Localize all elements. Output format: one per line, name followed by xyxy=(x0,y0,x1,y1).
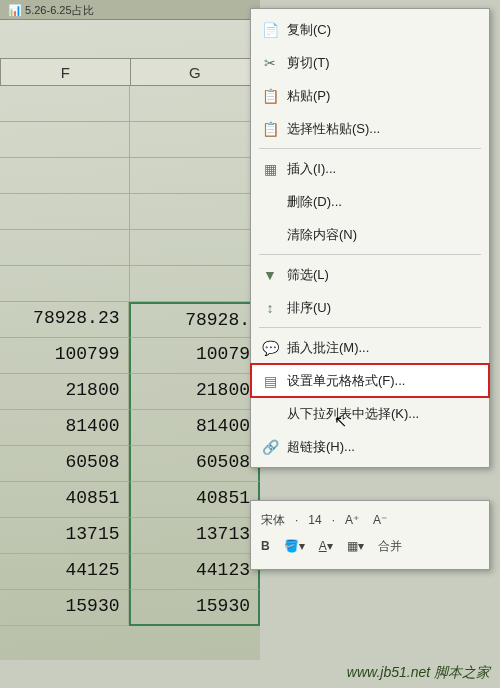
context-menu: 📄复制(C) ✂剪切(T) 📋粘贴(P) 📋选择性粘贴(S)... ▦插入(I)… xyxy=(250,8,490,468)
fill-color-button[interactable]: 🪣▾ xyxy=(280,537,309,555)
bold-button[interactable]: B xyxy=(257,537,274,555)
mini-toolbar: 宋体 · 14 · A⁺ A⁻ B 🪣▾ A▾ ▦▾ 合并 xyxy=(250,500,490,570)
cell[interactable]: 40851 xyxy=(129,482,261,518)
cell[interactable]: 40851 xyxy=(0,482,129,518)
hyperlink-icon: 🔗 xyxy=(259,438,281,456)
cell[interactable]: 21800 xyxy=(129,374,261,410)
menu-paste-special[interactable]: 📋选择性粘贴(S)... xyxy=(251,112,489,145)
menu-separator xyxy=(259,327,481,328)
watermark: www.jb51.net 脚本之家 xyxy=(347,664,490,682)
cell[interactable] xyxy=(130,230,260,266)
menu-insert[interactable]: ▦插入(I)... xyxy=(251,152,489,185)
menu-insert-comment[interactable]: 💬插入批注(M)... xyxy=(251,331,489,364)
menu-format-cells[interactable]: ▤设置单元格格式(F)... xyxy=(251,364,489,397)
font-size-selector[interactable]: 14 xyxy=(304,511,325,529)
format-icon: ▤ xyxy=(259,372,281,390)
font-color-button[interactable]: A▾ xyxy=(315,537,337,555)
cell[interactable]: 44123 xyxy=(129,554,261,590)
cell[interactable]: 78928. xyxy=(129,302,261,338)
cell[interactable]: 13715 xyxy=(0,518,129,554)
paste-icon: 📋 xyxy=(259,87,281,105)
blank-icon xyxy=(259,193,281,211)
menu-copy[interactable]: 📄复制(C) xyxy=(251,13,489,46)
cell[interactable]: 81400 xyxy=(129,410,261,446)
cell[interactable]: 44125 xyxy=(0,554,129,590)
cell[interactable]: 60508 xyxy=(0,446,129,482)
cell[interactable] xyxy=(130,158,260,194)
comment-icon: 💬 xyxy=(259,339,281,357)
column-header-g[interactable]: G xyxy=(131,58,261,86)
cell[interactable] xyxy=(0,266,130,302)
insert-icon: ▦ xyxy=(259,160,281,178)
menu-dropdown-list[interactable]: 从下拉列表中选择(K)... xyxy=(251,397,489,430)
cells-grid: 78928.2378928. 10079910079 2180021800 81… xyxy=(0,86,260,660)
cell[interactable]: 15930 xyxy=(129,590,261,626)
sheet-tab[interactable]: 📊 5.26-6.25占比 xyxy=(8,4,94,16)
cell[interactable] xyxy=(0,158,130,194)
cell[interactable] xyxy=(0,194,130,230)
cell[interactable] xyxy=(130,266,260,302)
cell[interactable]: 15930 xyxy=(0,590,129,626)
menu-clear[interactable]: 清除内容(N) xyxy=(251,218,489,251)
menu-sort[interactable]: ↕排序(U) xyxy=(251,291,489,324)
menu-hyperlink[interactable]: 🔗超链接(H)... xyxy=(251,430,489,463)
menu-paste[interactable]: 📋粘贴(P) xyxy=(251,79,489,112)
menu-separator xyxy=(259,148,481,149)
copy-icon: 📄 xyxy=(259,21,281,39)
cell[interactable]: 13713 xyxy=(129,518,261,554)
decrease-font-button[interactable]: A⁻ xyxy=(369,511,391,529)
cell[interactable]: 100799 xyxy=(0,338,129,374)
cell[interactable] xyxy=(0,86,130,122)
sheet-tab-bar: 📊 5.26-6.25占比 xyxy=(0,0,260,20)
cell[interactable] xyxy=(130,122,260,158)
cell[interactable]: 78928.23 xyxy=(0,302,129,338)
cell[interactable]: 81400 xyxy=(0,410,129,446)
cell[interactable] xyxy=(0,230,130,266)
font-selector[interactable]: 宋体 xyxy=(257,510,289,531)
column-headers: F G xyxy=(0,58,260,86)
menu-cut[interactable]: ✂剪切(T) xyxy=(251,46,489,79)
blank-icon xyxy=(259,226,281,244)
paste-special-icon: 📋 xyxy=(259,120,281,138)
merge-button[interactable]: 合并 xyxy=(374,536,406,557)
menu-separator xyxy=(259,254,481,255)
spreadsheet-area: 📊 5.26-6.25占比 F G 78928.2378928. 1007991… xyxy=(0,0,260,660)
border-button[interactable]: ▦▾ xyxy=(343,537,368,555)
menu-filter[interactable]: ▼筛选(L) xyxy=(251,258,489,291)
cell[interactable] xyxy=(130,194,260,230)
cut-icon: ✂ xyxy=(259,54,281,72)
sort-icon: ↕ xyxy=(259,299,281,317)
cell[interactable]: 21800 xyxy=(0,374,129,410)
cell[interactable] xyxy=(0,122,130,158)
column-header-f[interactable]: F xyxy=(0,58,131,86)
filter-icon: ▼ xyxy=(259,266,281,284)
cell[interactable]: 60508 xyxy=(129,446,261,482)
blank-icon xyxy=(259,405,281,423)
cell[interactable]: 10079 xyxy=(129,338,261,374)
cell[interactable] xyxy=(130,86,260,122)
increase-font-button[interactable]: A⁺ xyxy=(341,511,363,529)
menu-delete[interactable]: 删除(D)... xyxy=(251,185,489,218)
